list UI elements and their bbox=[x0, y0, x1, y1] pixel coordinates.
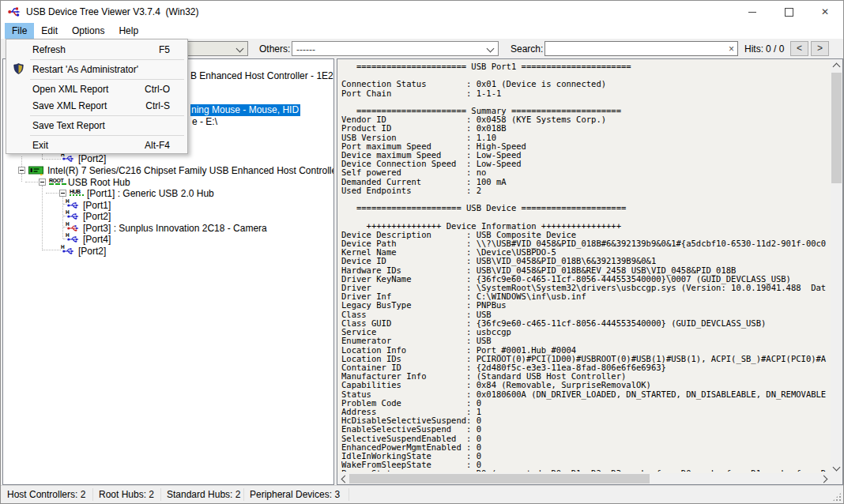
chevron-down-icon bbox=[236, 45, 244, 53]
others-value: ------ bbox=[296, 44, 315, 55]
menu-separator bbox=[30, 79, 184, 80]
tree-guide bbox=[62, 197, 64, 239]
collapse-box-icon[interactable] bbox=[59, 190, 66, 197]
search-clear-icon[interactable]: × bbox=[729, 43, 734, 55]
collapse-box-icon[interactable] bbox=[18, 167, 25, 174]
hub-icon: HUB bbox=[70, 189, 84, 196]
status-peripheral-devices: Peripheral Devices: 3 bbox=[250, 489, 340, 500]
menu-item-save-xml-report[interactable]: Save XML Report Ctrl-S bbox=[6, 97, 187, 114]
tree-guide bbox=[63, 239, 66, 240]
scroll-left-icon[interactable] bbox=[337, 473, 349, 484]
vertical-scroll-thumb[interactable] bbox=[831, 73, 842, 183]
root-hub-icon: ROOT bbox=[49, 178, 66, 185]
status-separator bbox=[92, 488, 93, 501]
tree-guide bbox=[43, 250, 61, 251]
status-separator bbox=[349, 488, 349, 501]
tree-guide bbox=[21, 174, 23, 182]
tree-guide bbox=[63, 216, 66, 217]
horizontal-scrollbar[interactable] bbox=[337, 473, 831, 484]
device-details-panel: ====================== USB Port1 =======… bbox=[337, 58, 843, 485]
tree-guide bbox=[42, 186, 43, 250]
close-icon: ✕ bbox=[821, 7, 829, 17]
status-bar: Host Controllers: 2 Root Hubs: 2 Standar… bbox=[1, 485, 843, 503]
tree-guide bbox=[46, 193, 58, 194]
menu-options[interactable]: Options bbox=[65, 23, 111, 39]
usb-port-icon: H bbox=[67, 235, 79, 246]
scroll-right-icon[interactable] bbox=[819, 473, 831, 484]
tree-guide bbox=[63, 227, 66, 228]
uac-shield-icon bbox=[13, 63, 24, 74]
horizontal-scroll-thumb[interactable] bbox=[349, 474, 650, 483]
vertical-scrollbar[interactable] bbox=[831, 59, 842, 474]
search-box: × bbox=[544, 41, 738, 56]
window-title: USB Device Tree Viewer V3.7.4 (Win32) bbox=[26, 6, 199, 17]
others-combobox[interactable]: ------ bbox=[292, 41, 499, 56]
others-label: Others: bbox=[259, 43, 290, 55]
host-controller-icon bbox=[28, 166, 43, 178]
search-label: Search: bbox=[511, 43, 543, 55]
collapse-box-icon[interactable] bbox=[39, 179, 46, 186]
device-details-text[interactable]: ====================== USB Port1 =======… bbox=[341, 62, 827, 472]
menu-help[interactable]: Help bbox=[111, 23, 145, 39]
chevron-down-icon bbox=[487, 45, 495, 53]
usb-port-icon: H bbox=[62, 154, 74, 165]
next-hit-button[interactable]: > bbox=[811, 41, 829, 56]
app-icon bbox=[8, 6, 21, 18]
close-button[interactable]: ✕ bbox=[807, 1, 843, 23]
menu-item-restart-as-administrator[interactable]: Restart 'As Administrator' bbox=[6, 61, 187, 77]
hits-value: 0 / 0 bbox=[766, 43, 784, 55]
file-menu-popup: Refresh F5 Restart 'As Administrator' Op… bbox=[6, 39, 188, 154]
maximize-button[interactable] bbox=[771, 1, 807, 23]
resize-grip[interactable] bbox=[833, 493, 841, 501]
scroll-down-icon[interactable] bbox=[831, 462, 842, 474]
menu-item-open-xml-report[interactable]: Open XML Report Ctrl-O bbox=[6, 81, 187, 97]
menu-item-exit[interactable]: Exit Alt-F4 bbox=[6, 137, 187, 153]
menu-separator bbox=[30, 135, 184, 136]
menu-separator bbox=[30, 115, 184, 116]
hits-label: Hits: bbox=[744, 43, 763, 55]
status-standard-hubs: Standard Hubs: 2 bbox=[167, 489, 240, 500]
menu-edit[interactable]: Edit bbox=[34, 23, 65, 39]
menu-bar: File Edit Options Help bbox=[1, 23, 843, 39]
title-bar[interactable]: USB Device Tree Viewer V3.7.4 (Win32) ✕ bbox=[1, 1, 843, 23]
usb-port-icon: H bbox=[62, 246, 74, 258]
previous-hit-button[interactable]: < bbox=[790, 41, 808, 56]
search-input[interactable] bbox=[548, 43, 725, 56]
menu-separator bbox=[30, 59, 184, 60]
tree-guide bbox=[42, 159, 61, 160]
tree-guide bbox=[25, 182, 38, 183]
tree-guide bbox=[63, 204, 66, 205]
app-window: USB Device Tree Viewer V3.7.4 (Win32) ✕ … bbox=[0, 0, 844, 504]
minimize-button[interactable] bbox=[734, 1, 771, 23]
scroll-up-icon[interactable] bbox=[831, 59, 842, 71]
scrollbar-corner bbox=[831, 473, 842, 484]
minimize-icon bbox=[748, 12, 756, 13]
status-separator bbox=[243, 488, 244, 501]
tree-guide bbox=[21, 156, 23, 167]
status-host-controllers: Host Controllers: 2 bbox=[7, 489, 85, 500]
status-root-hubs: Root Hubs: 2 bbox=[99, 489, 154, 500]
maximize-icon bbox=[785, 8, 793, 17]
menu-item-refresh[interactable]: Refresh F5 bbox=[6, 41, 187, 58]
menu-file[interactable]: File bbox=[5, 23, 34, 39]
menu-item-save-text-report[interactable]: Save Text Report bbox=[6, 117, 187, 134]
status-separator bbox=[160, 488, 161, 501]
